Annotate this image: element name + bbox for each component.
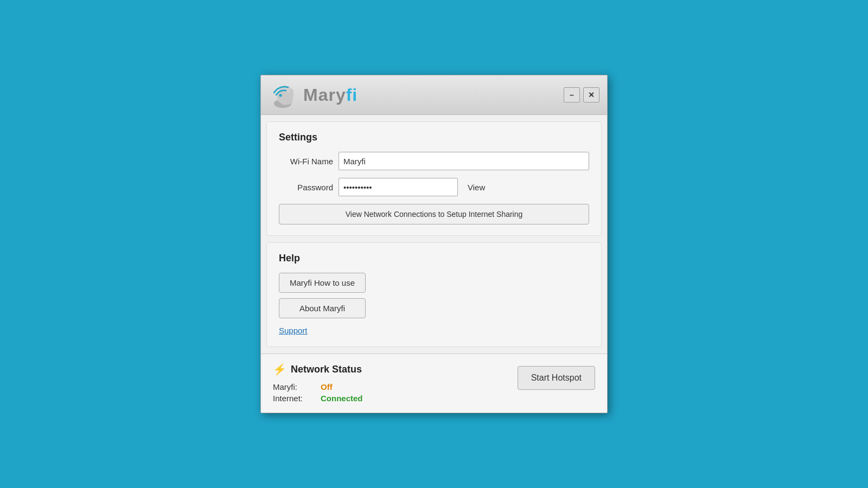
wifi-name-input[interactable] xyxy=(339,152,589,170)
network-status-title: Network Status xyxy=(291,364,362,375)
logo-area: Maryfi xyxy=(269,81,557,109)
minimize-button[interactable]: – xyxy=(564,87,580,102)
about-button[interactable]: About Maryfi xyxy=(279,298,366,318)
password-label: Password xyxy=(279,183,333,192)
maryfi-value: Off xyxy=(321,382,333,391)
start-hotspot-button[interactable]: Start Hotspot xyxy=(518,366,595,390)
support-link[interactable]: Support xyxy=(279,326,308,335)
status-left: ⚡ Network Status Maryfi: Off Internet: C… xyxy=(273,363,363,403)
maryfi-status-row: Maryfi: Off xyxy=(273,382,363,391)
settings-title: Settings xyxy=(279,132,589,143)
internet-label: Internet: xyxy=(273,394,316,403)
svg-point-1 xyxy=(279,94,282,97)
network-status-section: ⚡ Network Status Maryfi: Off Internet: C… xyxy=(261,354,607,413)
close-button[interactable]: ✕ xyxy=(583,87,599,102)
help-section: Help Maryfi How to use About Maryfi Supp… xyxy=(266,242,602,347)
wifi-name-row: Wi-Fi Name xyxy=(279,152,589,170)
help-title: Help xyxy=(279,253,589,264)
internet-value: Connected xyxy=(321,394,363,403)
app-window: Maryfi – ✕ Settings Wi-Fi Name Password … xyxy=(260,75,608,413)
lightning-icon: ⚡ xyxy=(273,363,286,376)
password-input[interactable] xyxy=(339,178,458,196)
settings-section: Settings Wi-Fi Name Password View View N… xyxy=(266,121,602,236)
title-bar: Maryfi – ✕ xyxy=(261,75,607,115)
wifi-name-label: Wi-Fi Name xyxy=(279,157,333,166)
wifi-logo xyxy=(269,81,299,109)
title-controls: – ✕ xyxy=(564,87,599,102)
maryfi-label: Maryfi: xyxy=(273,382,316,391)
internet-status-row: Internet: Connected xyxy=(273,394,363,403)
app-title: Maryfi xyxy=(303,85,358,105)
how-to-use-button[interactable]: Maryfi How to use xyxy=(279,273,366,293)
view-password-button[interactable]: View xyxy=(463,182,489,193)
status-title-row: ⚡ Network Status xyxy=(273,363,363,376)
password-row: Password View xyxy=(279,178,589,196)
network-connections-button[interactable]: View Network Connections to Setup Intern… xyxy=(279,204,589,224)
